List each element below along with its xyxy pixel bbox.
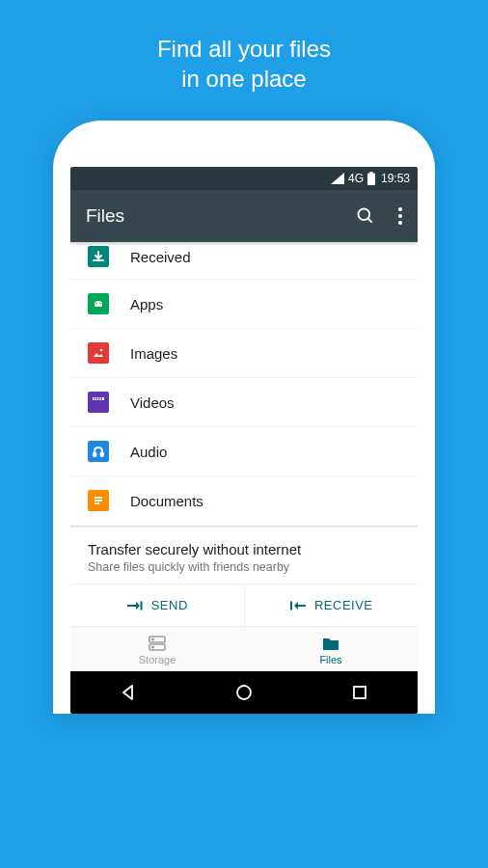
list-item-videos[interactable]: Videos <box>70 378 418 427</box>
system-nav-bar <box>70 671 418 714</box>
phone-screen: 4G 19:53 Files Received <box>70 167 418 714</box>
svg-point-8 <box>99 303 101 305</box>
svg-rect-14 <box>98 398 100 400</box>
phone-frame: 4G 19:53 Files Received <box>53 121 435 714</box>
tab-storage[interactable]: Storage <box>70 627 244 671</box>
svg-rect-13 <box>96 398 98 400</box>
svg-point-29 <box>237 686 251 699</box>
list-item-images[interactable]: Images <box>70 329 418 378</box>
item-label: Apps <box>130 296 163 312</box>
svg-rect-15 <box>101 398 103 400</box>
tab-files-label: Files <box>319 654 341 665</box>
list-item-apps[interactable]: Apps <box>70 280 418 329</box>
category-list: Received Apps Images Videos <box>70 242 418 526</box>
item-label: Images <box>130 345 177 362</box>
android-icon <box>88 293 109 314</box>
promo-line1: Find all your files <box>157 36 331 62</box>
transfer-section: Transfer securely without internet Share… <box>70 526 418 583</box>
storage-icon <box>148 635 167 652</box>
image-icon <box>88 342 109 364</box>
recents-button[interactable] <box>342 675 377 710</box>
document-icon <box>88 490 109 511</box>
headphones-icon <box>88 441 109 462</box>
receive-icon <box>289 599 307 612</box>
svg-rect-0 <box>367 174 375 186</box>
svg-rect-1 <box>369 172 372 174</box>
app-bar: Files <box>70 190 418 242</box>
svg-point-9 <box>100 349 103 352</box>
app-title: Files <box>86 205 356 227</box>
svg-line-3 <box>368 219 372 223</box>
bottom-nav: Storage Files <box>70 626 418 671</box>
svg-point-5 <box>398 214 402 218</box>
svg-point-7 <box>95 303 97 305</box>
item-label: Videos <box>130 394 175 411</box>
list-item-audio[interactable]: Audio <box>70 427 418 476</box>
svg-point-4 <box>398 207 402 211</box>
overflow-menu-icon[interactable] <box>398 207 402 225</box>
send-icon <box>126 599 144 612</box>
svg-point-6 <box>398 221 402 225</box>
transfer-title: Transfer securely without internet <box>88 541 400 557</box>
list-item-documents[interactable]: Documents <box>70 476 418 526</box>
back-button[interactable] <box>111 675 146 710</box>
svg-rect-12 <box>94 398 95 400</box>
tab-storage-label: Storage <box>139 654 176 665</box>
svg-point-28 <box>152 647 154 649</box>
send-label: SEND <box>151 598 188 612</box>
promo-line2: in one place <box>181 66 306 92</box>
svg-rect-17 <box>101 453 104 457</box>
tab-files[interactable]: Files <box>244 627 418 671</box>
home-button[interactable] <box>227 675 261 710</box>
signal-icon <box>331 173 344 184</box>
folder-icon <box>321 635 340 652</box>
clock-label: 19:53 <box>381 172 410 185</box>
video-icon <box>88 392 109 413</box>
promo-heading: Find all your files in one place <box>157 34 331 94</box>
svg-rect-16 <box>94 453 96 457</box>
status-bar: 4G 19:53 <box>70 167 418 190</box>
item-label: Received <box>130 249 191 265</box>
receive-label: RECEIVE <box>314 598 373 612</box>
list-item-received[interactable]: Received <box>70 242 418 280</box>
svg-rect-30 <box>354 687 366 698</box>
download-icon <box>88 246 109 267</box>
svg-point-2 <box>359 209 370 221</box>
battery-icon <box>367 172 375 185</box>
network-label: 4G <box>348 172 364 185</box>
search-icon[interactable] <box>356 206 375 226</box>
receive-button[interactable]: RECEIVE <box>244 584 419 626</box>
item-label: Documents <box>130 493 203 509</box>
send-button[interactable]: SEND <box>70 584 244 626</box>
item-label: Audio <box>130 444 167 460</box>
transfer-subtitle: Share files quickly with friends nearby <box>88 560 400 574</box>
transfer-buttons: SEND RECEIVE <box>70 583 418 626</box>
svg-point-27 <box>152 639 154 641</box>
